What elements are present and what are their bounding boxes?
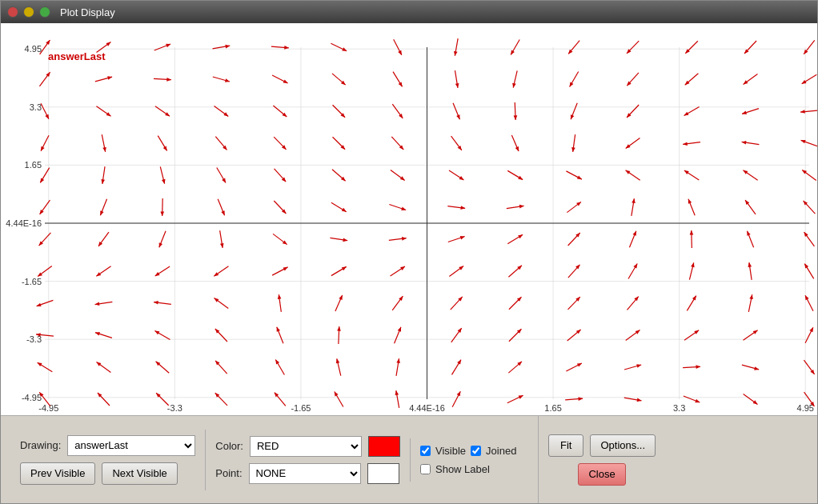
bottom-panel: Drawing: answerLast Prev Visible Next Vi… xyxy=(1,415,817,503)
visible-label: Visible xyxy=(435,445,466,457)
drawing-section: Drawing: answerLast Prev Visible Next Vi… xyxy=(10,429,205,491)
joined-checkbox[interactable] xyxy=(471,446,481,456)
close-button[interactable]: Close xyxy=(578,463,625,486)
color-point-section: Color: RED BLUE GREEN BLACK Point: NONE … xyxy=(205,430,410,490)
visible-checkbox[interactable] xyxy=(420,446,431,456)
prev-visible-button[interactable]: Prev Visible xyxy=(20,462,95,485)
minimize-btn[interactable] xyxy=(23,6,34,18)
titlebar: Plot Display xyxy=(1,1,817,23)
drawing-select[interactable]: answerLast xyxy=(67,435,195,456)
next-visible-button[interactable]: Next Visible xyxy=(102,462,177,485)
action-buttons-section: Fit Options... Close xyxy=(538,416,665,503)
fit-button[interactable]: Fit xyxy=(548,434,583,457)
checkboxes-section: Visible Joined Show Label xyxy=(410,438,538,482)
point-swatch xyxy=(367,463,399,484)
window-title: Plot Display xyxy=(60,6,115,18)
plot-canvas xyxy=(1,23,817,415)
show-label-checkbox[interactable] xyxy=(420,464,431,474)
color-select[interactable]: RED BLUE GREEN BLACK xyxy=(250,436,362,457)
options-button[interactable]: Options... xyxy=(590,434,656,457)
color-label: Color: xyxy=(215,440,243,452)
joined-label: Joined xyxy=(486,445,516,457)
plot-area xyxy=(1,23,817,415)
maximize-btn[interactable] xyxy=(39,6,50,18)
show-label-label: Show Label xyxy=(435,463,490,475)
main-window: Plot Display Drawing: answerLast Prev Vi… xyxy=(0,0,818,504)
close-window-btn[interactable] xyxy=(7,6,18,18)
color-swatch xyxy=(368,436,400,457)
point-select[interactable]: NONE DOT CROSS STAR xyxy=(249,463,361,484)
point-label: Point: xyxy=(215,467,242,479)
drawing-label: Drawing: xyxy=(20,439,61,451)
